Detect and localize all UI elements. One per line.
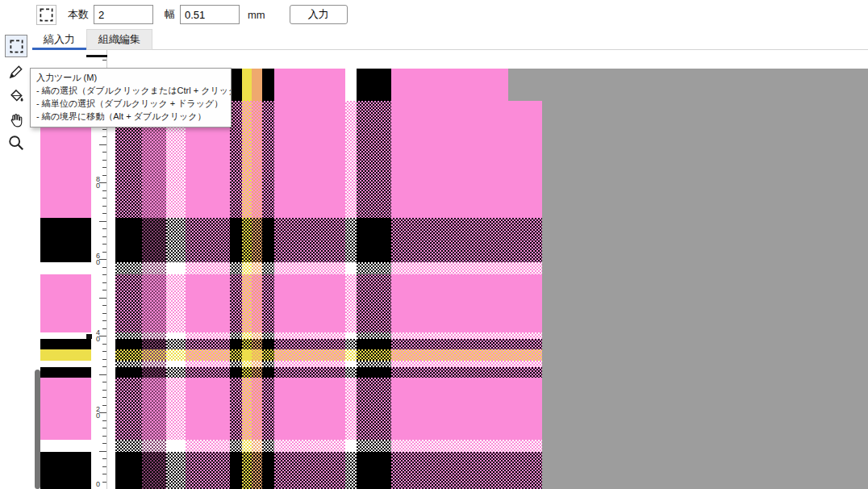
cloth-cell[interactable] [345,218,357,262]
cloth-cell[interactable] [230,101,242,218]
cloth-cell[interactable] [115,452,142,489]
cloth-cell[interactable] [166,218,186,262]
cloth-cell[interactable] [230,262,242,274]
cloth-cell[interactable] [186,332,230,339]
cloth-cell[interactable] [274,440,345,452]
weft-stripe[interactable] [40,274,91,332]
weft-stripe[interactable] [40,349,91,361]
cloth-cell[interactable] [186,218,230,262]
cloth-cell[interactable] [186,440,230,452]
cloth-cell[interactable] [230,452,242,489]
cloth-cell[interactable] [252,452,262,489]
pattern-canvas[interactable] [115,101,542,489]
cloth-cell[interactable] [262,361,274,367]
cloth-cell[interactable] [274,349,345,361]
cloth-cell[interactable] [274,332,345,339]
cloth-cell[interactable] [252,440,262,452]
ruler-position-marker[interactable] [86,334,92,339]
cloth-cell[interactable] [230,218,242,262]
cloth-cell[interactable] [230,361,242,367]
cloth-cell[interactable] [242,101,252,218]
hand-pan-tool[interactable] [6,110,27,131]
cloth-cell[interactable] [252,361,262,367]
cloth-cell[interactable] [274,367,345,378]
cloth-cell[interactable] [142,274,166,332]
cloth-cell[interactable] [357,349,391,361]
cloth-cell[interactable] [391,440,542,452]
cloth-cell[interactable] [242,452,252,489]
cloth-cell[interactable] [242,339,252,349]
cloth-cell[interactable] [274,262,345,274]
cloth-cell[interactable] [142,332,166,339]
weft-stripe[interactable] [40,440,91,452]
cloth-cell[interactable] [357,367,391,378]
cloth-cell[interactable] [262,274,274,332]
warp-stripe[interactable] [242,69,252,101]
width-input[interactable] [180,5,240,24]
cloth-cell[interactable] [391,218,542,262]
cloth-cell[interactable] [230,440,242,452]
cloth-cell[interactable] [142,339,166,349]
cloth-cell[interactable] [242,262,252,274]
cloth-cell[interactable] [252,349,262,361]
warp-stripe[interactable] [345,69,357,101]
cloth-cell[interactable] [391,378,542,440]
cloth-cell[interactable] [357,361,391,367]
cloth-cell[interactable] [115,274,142,332]
cloth-cell[interactable] [252,378,262,440]
warp-stripe[interactable] [274,69,345,101]
marquee-select-button[interactable] [36,5,56,25]
cloth-cell[interactable] [262,367,274,378]
cloth-cell[interactable] [186,339,230,349]
cloth-cell[interactable] [252,262,262,274]
cloth-cell[interactable] [252,332,262,339]
cloth-cell[interactable] [166,367,186,378]
cloth-cell[interactable] [252,274,262,332]
cloth-cell[interactable] [115,367,142,378]
cloth-cell[interactable] [186,378,230,440]
cloth-cell[interactable] [262,332,274,339]
cloth-cell[interactable] [262,378,274,440]
cloth-cell[interactable] [230,378,242,440]
cloth-cell[interactable] [357,101,391,218]
cloth-cell[interactable] [262,218,274,262]
cloth-cell[interactable] [242,440,252,452]
pencil-tool[interactable] [6,61,27,82]
cloth-cell[interactable] [230,339,242,349]
cloth-cell[interactable] [115,361,142,367]
cloth-cell[interactable] [242,274,252,332]
warp-stripe[interactable] [357,69,391,101]
cloth-cell[interactable] [274,101,345,218]
cloth-cell[interactable] [345,101,357,218]
cloth-cell[interactable] [230,367,242,378]
cloth-cell[interactable] [186,274,230,332]
warp-stripe[interactable] [230,69,242,101]
cloth-cell[interactable] [186,262,230,274]
cloth-cell[interactable] [142,349,166,361]
weft-stripe[interactable] [40,361,91,367]
cloth-cell[interactable] [115,440,142,452]
cloth-cell[interactable] [391,339,542,349]
cloth-cell[interactable] [186,361,230,367]
cloth-cell[interactable] [345,332,357,339]
cloth-cell[interactable] [357,332,391,339]
cloth-cell[interactable] [242,218,252,262]
cloth-cell[interactable] [391,361,542,367]
cloth-cell[interactable] [357,378,391,440]
cloth-cell[interactable] [345,440,357,452]
cloth-cell[interactable] [186,452,230,489]
cloth-cell[interactable] [391,367,542,378]
cloth-cell[interactable] [357,218,391,262]
cloth-cell[interactable] [391,332,542,339]
marquee-select-tool[interactable] [6,36,27,56]
cloth-cell[interactable] [345,262,357,274]
cloth-cell[interactable] [274,378,345,440]
cloth-cell[interactable] [274,339,345,349]
cloth-cell[interactable] [142,440,166,452]
cloth-cell[interactable] [166,262,186,274]
cloth-cell[interactable] [115,218,142,262]
cloth-cell[interactable] [142,367,166,378]
weft-stripe[interactable] [40,339,91,349]
cloth-cell[interactable] [262,349,274,361]
cloth-cell[interactable] [274,274,345,332]
